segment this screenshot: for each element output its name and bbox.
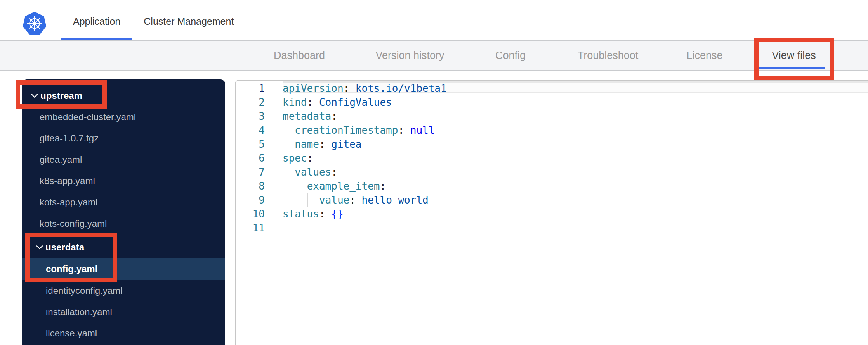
code-line-text: values: [283, 165, 337, 179]
line-number: 7 [236, 165, 265, 179]
indent-guide [283, 179, 283, 193]
code-line-7: 7 values: [236, 165, 868, 179]
tree-item-gitea-1.0.7.tgz[interactable]: gitea-1.0.7.tgz [22, 128, 225, 149]
code-line-11: 11 [236, 221, 868, 235]
code-line-text: value: hello world [283, 193, 429, 207]
code-line-10: 10status: {} [236, 207, 868, 221]
code-line-2: 2kind: ConfigValues [236, 95, 868, 109]
line-number: 3 [236, 109, 265, 123]
tree-item-label: gitea-1.0.7.tgz [40, 133, 99, 144]
indent-guide [283, 165, 283, 179]
indent-guide [307, 193, 308, 207]
subnav-tab-dashboard[interactable]: Dashboard [274, 41, 325, 70]
line-number: 4 [236, 123, 265, 137]
indent-guide [295, 179, 295, 193]
code-line-3: 3metadata: [236, 109, 868, 123]
line-number: 11 [236, 221, 265, 235]
subnav-tab-troubleshoot[interactable]: Troubleshoot [578, 41, 639, 70]
code-line-8: 8 example_item: [236, 179, 868, 193]
code-line-9: 9 value: hello world [236, 193, 868, 207]
code-line-5: 5 name: gitea [236, 137, 868, 151]
tree-item-label: upstream [40, 90, 82, 101]
tree-item-identityconfig.yaml[interactable]: identityconfig.yaml [22, 280, 225, 301]
topbar-tab-application[interactable]: Application [61, 5, 132, 40]
code-line-text: kind: ConfigValues [283, 95, 392, 109]
code-line-text: metadata: [283, 109, 337, 123]
code-line-text: example_item: [283, 179, 386, 193]
tree-item-installation.yaml[interactable]: installation.yaml [22, 301, 225, 323]
yaml-code-editor[interactable]: 1apiVersion: kots.io/v1beta12kind: Confi… [235, 80, 868, 345]
tree-item-label: installation.yaml [46, 307, 112, 317]
topbar-tabs: ApplicationCluster Management [61, 5, 245, 40]
line-number: 8 [236, 179, 265, 193]
code-lines: 1apiVersion: kots.io/v1beta12kind: Confi… [236, 81, 868, 235]
subnav-tab-version-history[interactable]: Version history [375, 41, 444, 70]
tree-item-k8s-app.yaml[interactable]: k8s-app.yaml [22, 170, 225, 191]
tree-item-label: config.yaml [46, 264, 97, 274]
line-number: 5 [236, 137, 265, 151]
tree-item-label: userdata [45, 242, 84, 253]
tree-item-label: gitea.yaml [40, 154, 82, 165]
tree-item-embedded-cluster.yaml[interactable]: embedded-cluster.yaml [22, 106, 225, 128]
code-line-text: name: gitea [283, 137, 362, 151]
line-number: 10 [236, 207, 265, 221]
line-number: 1 [236, 81, 265, 95]
top-navigation-bar: ApplicationCluster Management [0, 0, 868, 41]
tree-item-label: kots-app.yaml [40, 197, 97, 208]
kubernetes-logo-icon [23, 11, 47, 36]
tree-item-license.yaml[interactable]: license.yaml [22, 323, 225, 344]
tree-item-kots-app.yaml[interactable]: kots-app.yaml [22, 191, 225, 213]
line-number: 6 [236, 151, 265, 165]
code-line-4: 4 creationTimestamp: null [236, 123, 868, 137]
tree-item-label: k8s-app.yaml [40, 176, 95, 186]
code-line-text: status: {} [283, 207, 344, 221]
tree-item-label: kots-config.yaml [40, 218, 107, 229]
subnav-tab-license[interactable]: License [686, 41, 722, 70]
indent-guide [295, 193, 295, 207]
topbar-tab-cluster-management[interactable]: Cluster Management [132, 5, 245, 40]
tree-item-kots-config.yaml[interactable]: kots-config.yaml [22, 213, 225, 234]
tree-item-label: license.yaml [46, 328, 97, 339]
app-subnav-bar: DashboardVersion historyConfigTroublesho… [0, 41, 868, 71]
line-number: 9 [236, 193, 265, 207]
file-tree-sidebar: upstreamembedded-cluster.yamlgitea-1.0.7… [22, 79, 225, 345]
code-line-text: apiVersion: kots.io/v1beta1 [283, 81, 447, 95]
code-line-6: 6spec: [236, 151, 868, 165]
tree-item-upstream[interactable]: upstream [22, 85, 225, 106]
subnav-tab-config[interactable]: Config [495, 41, 526, 70]
code-line-1: 1apiVersion: kots.io/v1beta1 [236, 81, 868, 95]
tree-item-gitea.yaml[interactable]: gitea.yaml [22, 149, 225, 170]
tree-item-label: identityconfig.yaml [46, 285, 122, 296]
subnav-tab-view-files[interactable]: View files [772, 41, 816, 70]
chevron-down-icon [31, 93, 38, 98]
chevron-down-icon [36, 245, 43, 250]
indent-guide [283, 123, 283, 137]
line-number: 2 [236, 95, 265, 109]
code-line-text: creationTimestamp: null [283, 123, 434, 137]
indent-guide [283, 137, 283, 151]
tree-item-label: embedded-cluster.yaml [40, 112, 136, 122]
tree-item-userdata[interactable]: userdata [22, 236, 225, 258]
indent-guide [283, 193, 283, 207]
code-line-text: spec: [283, 151, 313, 165]
tree-item-config.yaml[interactable]: config.yaml [22, 258, 225, 280]
